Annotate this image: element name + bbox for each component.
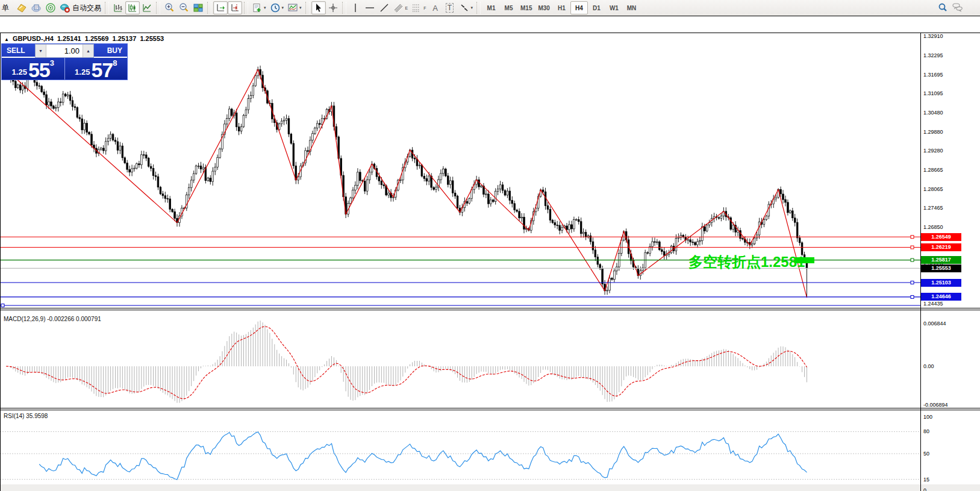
timeframe-W1[interactable]: W1 (605, 1, 623, 14)
symbol-period-label: GBPUSD-,H4 (13, 35, 54, 42)
horizontal-line-button[interactable] (363, 1, 377, 14)
periods-button[interactable]: ▾ (268, 1, 286, 14)
price-label-1.25103: 1.25103 (921, 279, 961, 287)
dropdown-caret-icon: ▾ (299, 5, 302, 10)
text-tool-icon: A (432, 4, 438, 13)
ticket-button[interactable] (14, 1, 29, 14)
sell-price-prefix: 1.25 (12, 67, 27, 77)
channel-sub-glyph: E (405, 6, 408, 10)
timeframe-H4[interactable]: H4 (570, 1, 588, 14)
toolbar: 单 自动交易 ▾ ▾ (0, 0, 980, 16)
toolbar-grip (342, 2, 346, 14)
price-tick: 1.29880 (923, 129, 943, 135)
candlestick-button[interactable] (125, 1, 140, 14)
timeframe-M1[interactable]: M1 (482, 1, 500, 14)
new-order-button[interactable]: 单 (0, 1, 14, 14)
sell-price-button[interactable]: 1.25 55 3 (2, 58, 65, 80)
annotation-marker[interactable] (794, 257, 814, 263)
zoom-out-icon (178, 2, 189, 13)
macd-signal-line (6, 327, 807, 399)
sell-button[interactable]: SELL (2, 44, 35, 58)
annotation-text[interactable]: 多空转折点1.2581 (688, 252, 805, 272)
buy-price-main: 57 (91, 60, 113, 80)
line-handle[interactable] (911, 295, 914, 298)
ohlc-open: 1.25141 (57, 35, 81, 42)
buy-price-button[interactable]: 1.25 57 8 (65, 58, 128, 80)
line-chart-button[interactable] (140, 1, 154, 14)
price-tick: 1.27465 (923, 205, 943, 211)
radar-icon (45, 2, 56, 13)
volume-stepper: ▼ 1.00 ▲ (35, 44, 94, 58)
timeframe-D1[interactable]: D1 (588, 1, 605, 14)
indicators-icon (252, 2, 263, 13)
line-handle[interactable] (911, 246, 914, 249)
chat-button[interactable] (950, 1, 964, 14)
line-handle[interactable] (911, 258, 914, 261)
collapse-icon[interactable]: ▲ (4, 37, 9, 42)
rsi-title: RSI(14) 35.9598 (4, 413, 48, 419)
line-handle[interactable] (911, 236, 914, 239)
timeframe-H1[interactable]: H1 (553, 1, 570, 14)
sell-price-sup: 3 (50, 58, 54, 67)
buy-button[interactable]: BUY (94, 44, 127, 58)
autotrading-button[interactable]: 自动交易 (58, 1, 103, 14)
arrows-button[interactable]: ▾ (457, 1, 475, 14)
volume-input[interactable]: 1.00 (46, 45, 83, 57)
price-label-1.24646: 1.24646 (921, 293, 961, 301)
bar-chart-button[interactable] (111, 1, 125, 14)
templates-button[interactable]: ▾ (286, 1, 304, 14)
auto-scroll-button[interactable] (213, 1, 228, 14)
fibonacci-button[interactable]: F (410, 1, 428, 14)
channel-icon (393, 2, 404, 13)
trendline-button[interactable] (377, 1, 392, 14)
crosshair-icon (328, 2, 339, 13)
line-handle[interactable] (911, 281, 914, 284)
macd-title: MACD(12,26,9) -0.002266 0.000791 (4, 316, 101, 322)
equidistant-channel-button[interactable]: E (392, 1, 410, 14)
price-label-1.26549: 1.26549 (921, 233, 961, 241)
line-chart-icon (142, 2, 152, 13)
ohlc-close: 1.25553 (140, 35, 164, 42)
chart-shift-button[interactable] (228, 1, 242, 14)
tile-windows-icon (193, 2, 204, 13)
macd-tick: 0.00 (923, 363, 934, 369)
timeframe-M30[interactable]: M30 (535, 1, 552, 14)
signals-button[interactable] (43, 1, 58, 14)
text-button[interactable]: A (428, 1, 443, 14)
indicators-button[interactable]: ▾ (250, 1, 268, 14)
zoom-out-button[interactable] (176, 1, 191, 14)
search-button[interactable] (935, 1, 950, 14)
timeframe-M15[interactable]: M15 (517, 1, 535, 14)
horizontal-line-icon (364, 2, 375, 13)
sell-price-main: 55 (28, 60, 50, 80)
timeframe-M5[interactable]: M5 (500, 1, 517, 14)
zoom-in-button[interactable] (162, 1, 176, 14)
auto-scroll-icon (215, 2, 226, 13)
price-label-1.26219: 1.26219 (921, 243, 961, 251)
cursor-button[interactable] (311, 1, 326, 14)
dropdown-caret-icon: ▾ (471, 5, 473, 10)
candlestick-icon (127, 2, 138, 13)
editor-button[interactable] (29, 1, 43, 14)
price-tick: 1.32295 (923, 52, 943, 58)
zoom-in-icon (164, 2, 175, 13)
toolbar-grip (105, 2, 109, 14)
volume-increase-button[interactable]: ▲ (83, 45, 93, 57)
buy-price-prefix: 1.25 (75, 67, 90, 77)
price-tick: 1.28665 (923, 167, 943, 173)
volume-decrease-button[interactable]: ▼ (36, 45, 46, 57)
ticket-icon (16, 2, 27, 13)
toolbar-grip (207, 2, 211, 14)
price-label-1.25817: 1.25817 (921, 256, 961, 264)
line-handle[interactable] (1, 304, 4, 307)
vertical-line-button[interactable] (348, 1, 363, 14)
bar-chart-icon (113, 2, 123, 13)
autotrading-icon (60, 2, 70, 13)
timeframe-MN[interactable]: MN (623, 1, 640, 14)
price-tick: 1.30480 (923, 110, 943, 116)
macd-tick: -0.006894 (923, 402, 948, 408)
tile-windows-button[interactable] (191, 1, 205, 14)
text-label-button[interactable]: T (443, 1, 457, 14)
crosshair-button[interactable] (326, 1, 340, 14)
price-tick: 1.31695 (923, 72, 943, 78)
